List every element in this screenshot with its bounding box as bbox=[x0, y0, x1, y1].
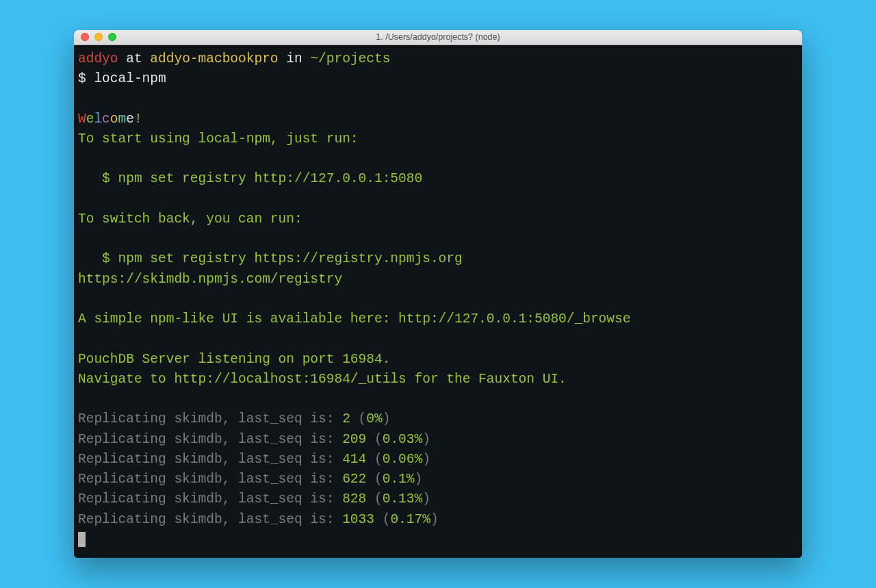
replication-row: Replicating skimdb, last_seq is: 828 (0.… bbox=[78, 491, 430, 507]
prompt-in: in bbox=[279, 51, 311, 66]
replication-label: Replicating skimdb, last_seq is: bbox=[78, 432, 342, 447]
replication-label: Replicating skimdb, last_seq is: bbox=[78, 411, 342, 426]
replication-seq: 2 bbox=[342, 411, 350, 426]
paren-open: ( bbox=[350, 411, 366, 426]
welcome-char: c bbox=[102, 112, 110, 127]
switch-back-line: To switch back, you can run: bbox=[78, 212, 302, 227]
welcome-char: e bbox=[86, 112, 94, 127]
welcome-word: Welcome! bbox=[78, 112, 142, 127]
paren-open: ( bbox=[366, 432, 382, 447]
pouchdb-line: PouchDB Server listening on port 16984. bbox=[78, 352, 390, 367]
paren-close: ) bbox=[383, 411, 391, 426]
replication-row: Replicating skimdb, last_seq is: 209 (0.… bbox=[78, 432, 430, 447]
replication-row: Replicating skimdb, last_seq is: 2 (0%) bbox=[78, 411, 390, 426]
terminal-body[interactable]: addyo at addyo-macbookpro in ~/projects … bbox=[74, 45, 802, 558]
welcome-char: e bbox=[126, 112, 134, 127]
cursor-icon bbox=[78, 532, 86, 547]
command-text: local-npm bbox=[94, 71, 166, 86]
replication-label: Replicating skimdb, last_seq is: bbox=[78, 491, 342, 507]
welcome-char: o bbox=[110, 112, 118, 127]
replication-label: Replicating skimdb, last_seq is: bbox=[78, 472, 342, 487]
paren-close: ) bbox=[415, 472, 423, 487]
fauxton-line: Navigate to http://localhost:16984/_util… bbox=[78, 372, 567, 387]
ui-line: A simple npm-like UI is available here: … bbox=[78, 311, 630, 327]
replication-seq: 209 bbox=[342, 432, 366, 447]
paren-close: ) bbox=[422, 432, 430, 447]
replication-label: Replicating skimdb, last_seq is: bbox=[78, 452, 342, 467]
welcome-char: m bbox=[118, 112, 127, 127]
terminal-window: 1. /Users/addyo/projects? (node) addyo a… bbox=[74, 30, 802, 558]
paren-open: ( bbox=[374, 512, 390, 527]
prompt-path: ~/projects bbox=[310, 51, 390, 66]
paren-open: ( bbox=[366, 491, 382, 507]
replication-pct: 0.06% bbox=[383, 452, 423, 467]
replication-seq: 828 bbox=[342, 491, 366, 507]
replication-seq: 1033 bbox=[342, 512, 374, 527]
prompt-line: addyo at addyo-macbookpro in ~/projects bbox=[78, 51, 390, 66]
prompt-user: addyo bbox=[78, 51, 118, 66]
replication-label: Replicating skimdb, last_seq is: bbox=[78, 512, 342, 527]
welcome-char: W bbox=[78, 112, 86, 127]
replication-pct: 0% bbox=[366, 411, 382, 426]
welcome-char: l bbox=[94, 112, 102, 127]
registry-local-cmd: $ npm set registry http://127.0.0.1:5080 bbox=[78, 171, 422, 186]
prompt-at: at bbox=[118, 51, 151, 66]
skimdb-url: https://skimdb.npmjs.com/registry bbox=[78, 272, 342, 287]
welcome-bang: ! bbox=[134, 112, 142, 127]
replication-row: Replicating skimdb, last_seq is: 1033 (0… bbox=[78, 512, 439, 527]
replication-pct: 0.17% bbox=[390, 512, 430, 527]
paren-close: ) bbox=[422, 452, 430, 467]
titlebar[interactable]: 1. /Users/addyo/projects? (node) bbox=[74, 30, 802, 45]
replication-row: Replicating skimdb, last_seq is: 622 (0.… bbox=[78, 472, 422, 487]
paren-close: ) bbox=[422, 491, 430, 507]
replication-pct: 0.13% bbox=[383, 491, 423, 507]
paren-open: ( bbox=[366, 452, 382, 467]
replication-pct: 0.1% bbox=[383, 472, 415, 487]
prompt-host: addyo-macbookpro bbox=[150, 51, 278, 66]
registry-npm-cmd: $ npm set registry https://registry.npmj… bbox=[78, 251, 463, 266]
window-title: 1. /Users/addyo/projects? (node) bbox=[74, 32, 802, 42]
replication-seq: 622 bbox=[342, 472, 366, 487]
paren-close: ) bbox=[430, 512, 439, 527]
replication-seq: 414 bbox=[342, 452, 366, 467]
start-line: To start using local-npm, just run: bbox=[78, 131, 359, 146]
replication-row: Replicating skimdb, last_seq is: 414 (0.… bbox=[78, 452, 430, 467]
paren-open: ( bbox=[366, 472, 382, 487]
replication-pct: 0.03% bbox=[383, 432, 423, 447]
prompt-symbol: $ bbox=[78, 71, 94, 86]
